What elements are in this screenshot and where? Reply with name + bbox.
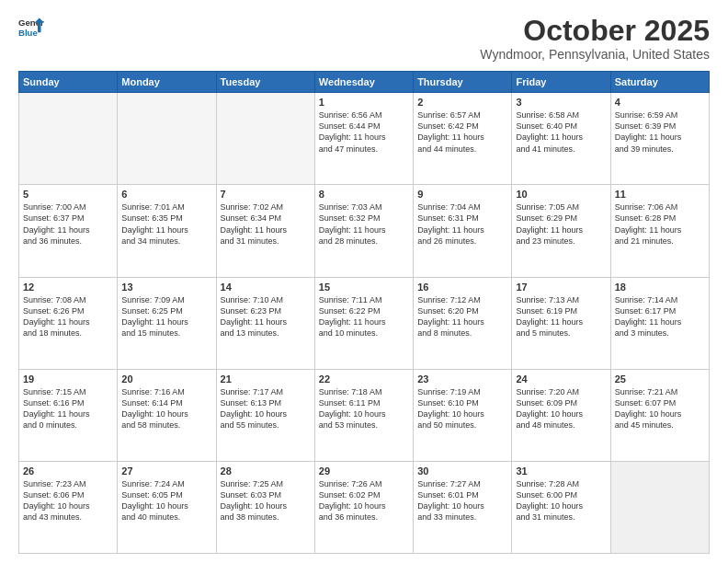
table-row: 6Sunrise: 7:01 AMSunset: 6:35 PMDaylight… — [118, 185, 216, 277]
day-number: 6 — [121, 189, 211, 200]
daylight-hours-label: Daylight: 11 hours — [417, 132, 484, 142]
day-info: Sunrise: 6:57 AMSunset: 6:42 PMDaylight:… — [417, 109, 507, 155]
daylight-minutes-label: and 3 minutes. — [615, 328, 669, 338]
sunset-info: Sunset: 6:19 PM — [516, 306, 577, 316]
day-info: Sunrise: 7:19 AMSunset: 6:10 PMDaylight:… — [417, 386, 507, 431]
sunrise-info: Sunrise: 7:17 AM — [221, 387, 284, 396]
sunrise-info: Sunrise: 7:26 AM — [319, 479, 382, 488]
daylight-hours-label: Daylight: 11 hours — [516, 132, 583, 142]
sunrise-info: Sunrise: 7:01 AM — [121, 202, 185, 212]
daylight-hours-label: Daylight: 11 hours — [221, 317, 288, 327]
day-info: Sunrise: 7:01 AMSunset: 6:35 PMDaylight:… — [121, 201, 211, 247]
day-info: Sunrise: 7:12 AMSunset: 6:20 PMDaylight:… — [417, 294, 507, 339]
day-info: Sunrise: 7:04 AMSunset: 6:31 PMDaylight:… — [417, 201, 507, 247]
day-number: 30 — [417, 465, 507, 477]
sunset-info: Sunset: 6:20 PM — [417, 306, 479, 316]
table-row: 26Sunrise: 7:23 AMSunset: 6:06 PMDayligh… — [19, 461, 118, 553]
sunrise-info: Sunrise: 7:02 AM — [221, 202, 284, 212]
daylight-hours-label: Daylight: 11 hours — [417, 317, 484, 327]
calendar-header-row: Sunday Monday Tuesday Wednesday Thursday… — [19, 72, 710, 93]
daylight-minutes-label: and 28 minutes. — [319, 236, 378, 246]
day-info: Sunrise: 6:58 AMSunset: 6:40 PMDaylight:… — [516, 109, 606, 155]
sunset-info: Sunset: 6:00 PM — [516, 490, 577, 500]
page: General Blue October 2025 Wyndmoor, Penn… — [0, 0, 728, 563]
daylight-hours-label: Daylight: 10 hours — [516, 409, 583, 419]
daylight-minutes-label: and 39 minutes. — [615, 144, 674, 154]
sunrise-info: Sunrise: 7:24 AM — [121, 479, 185, 488]
calendar-week-row: 26Sunrise: 7:23 AMSunset: 6:06 PMDayligh… — [19, 461, 710, 553]
daylight-hours-label: Daylight: 11 hours — [23, 317, 90, 327]
daylight-hours-label: Daylight: 10 hours — [23, 501, 90, 511]
sunset-info: Sunset: 6:05 PM — [121, 490, 183, 500]
table-row — [118, 93, 216, 185]
sunset-info: Sunset: 6:35 PM — [121, 213, 183, 223]
day-number: 1 — [319, 97, 409, 108]
calendar-table: Sunday Monday Tuesday Wednesday Thursday… — [18, 71, 710, 554]
table-row — [216, 93, 314, 185]
sunset-info: Sunset: 6:02 PM — [319, 490, 381, 500]
daylight-hours-label: Daylight: 11 hours — [221, 225, 288, 235]
day-number: 3 — [516, 97, 606, 108]
table-row: 22Sunrise: 7:18 AMSunset: 6:11 PMDayligh… — [314, 369, 413, 461]
daylight-hours-label: Daylight: 10 hours — [516, 501, 583, 511]
table-row: 28Sunrise: 7:25 AMSunset: 6:03 PMDayligh… — [216, 461, 314, 553]
day-info: Sunrise: 7:13 AMSunset: 6:19 PMDaylight:… — [516, 294, 606, 339]
day-number: 12 — [23, 282, 113, 293]
day-number: 18 — [615, 282, 705, 293]
table-row: 1Sunrise: 6:56 AMSunset: 6:44 PMDaylight… — [314, 93, 413, 185]
sunrise-info: Sunrise: 7:23 AM — [23, 479, 86, 488]
day-info: Sunrise: 7:02 AMSunset: 6:34 PMDaylight:… — [221, 201, 311, 247]
daylight-hours-label: Daylight: 11 hours — [516, 225, 583, 235]
sunrise-info: Sunrise: 7:10 AM — [221, 295, 284, 304]
table-row: 15Sunrise: 7:11 AMSunset: 6:22 PMDayligh… — [314, 277, 413, 369]
sunset-info: Sunset: 6:23 PM — [221, 306, 282, 316]
daylight-hours-label: Daylight: 10 hours — [615, 409, 682, 419]
daylight-minutes-label: and 55 minutes. — [221, 420, 279, 430]
daylight-hours-label: Daylight: 11 hours — [319, 225, 386, 235]
table-row: 27Sunrise: 7:24 AMSunset: 6:05 PMDayligh… — [118, 461, 216, 553]
table-row — [610, 461, 709, 553]
sunset-info: Sunset: 6:29 PM — [516, 213, 577, 223]
day-info: Sunrise: 6:56 AMSunset: 6:44 PMDaylight:… — [319, 109, 409, 155]
sunrise-info: Sunrise: 7:06 AM — [615, 202, 678, 212]
day-info: Sunrise: 7:11 AMSunset: 6:22 PMDaylight:… — [319, 294, 409, 339]
svg-text:Blue: Blue — [18, 28, 38, 38]
calendar-week-row: 12Sunrise: 7:08 AMSunset: 6:26 PMDayligh… — [19, 277, 710, 369]
daylight-hours-label: Daylight: 10 hours — [417, 501, 484, 511]
daylight-hours-label: Daylight: 11 hours — [615, 132, 682, 142]
table-row: 12Sunrise: 7:08 AMSunset: 6:26 PMDayligh… — [19, 277, 118, 369]
daylight-hours-label: Daylight: 11 hours — [615, 225, 682, 235]
title-area: October 2025 Wyndmoor, Pennsylvania, Uni… — [480, 15, 710, 62]
sunset-info: Sunset: 6:40 PM — [516, 121, 577, 131]
sunrise-info: Sunrise: 7:20 AM — [516, 387, 579, 396]
sunrise-info: Sunrise: 6:59 AM — [615, 110, 678, 120]
daylight-minutes-label: and 48 minutes. — [516, 420, 574, 430]
day-info: Sunrise: 7:24 AMSunset: 6:05 PMDaylight:… — [121, 478, 211, 523]
col-wednesday: Wednesday — [314, 72, 413, 93]
day-info: Sunrise: 7:05 AMSunset: 6:29 PMDaylight:… — [516, 201, 606, 247]
sunset-info: Sunset: 6:17 PM — [615, 306, 677, 316]
sunset-info: Sunset: 6:16 PM — [23, 398, 85, 408]
day-number: 13 — [121, 282, 211, 293]
sunrise-info: Sunrise: 7:03 AM — [319, 202, 382, 212]
day-info: Sunrise: 7:18 AMSunset: 6:11 PMDaylight:… — [319, 386, 409, 431]
sunset-info: Sunset: 6:14 PM — [121, 398, 183, 408]
day-number: 20 — [121, 373, 211, 385]
daylight-hours-label: Daylight: 11 hours — [121, 317, 188, 327]
table-row: 10Sunrise: 7:05 AMSunset: 6:29 PMDayligh… — [512, 185, 610, 277]
table-row: 9Sunrise: 7:04 AMSunset: 6:31 PMDaylight… — [414, 185, 512, 277]
day-info: Sunrise: 7:14 AMSunset: 6:17 PMDaylight:… — [615, 294, 705, 339]
day-info: Sunrise: 7:25 AMSunset: 6:03 PMDaylight:… — [221, 478, 311, 523]
day-info: Sunrise: 7:17 AMSunset: 6:13 PMDaylight:… — [221, 386, 311, 431]
daylight-minutes-label: and 31 minutes. — [221, 236, 279, 246]
calendar-week-row: 5Sunrise: 7:00 AMSunset: 6:37 PMDaylight… — [19, 185, 710, 277]
day-number: 23 — [417, 373, 507, 385]
table-row: 30Sunrise: 7:27 AMSunset: 6:01 PMDayligh… — [414, 461, 512, 553]
daylight-minutes-label: and 34 minutes. — [121, 236, 180, 246]
day-number: 9 — [417, 189, 507, 200]
daylight-minutes-label: and 23 minutes. — [516, 236, 574, 246]
daylight-minutes-label: and 38 minutes. — [221, 512, 279, 522]
day-number: 2 — [417, 97, 507, 108]
day-number: 10 — [516, 189, 606, 200]
day-number: 16 — [417, 282, 507, 293]
